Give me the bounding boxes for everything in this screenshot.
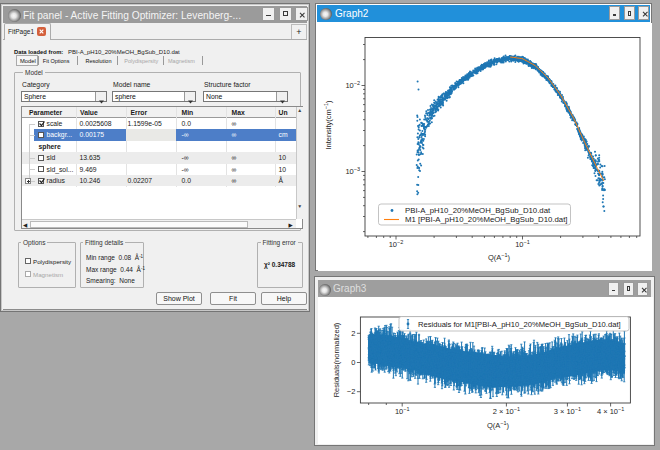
svg-text:M1 [PBI-A_pH10_20%MeOH_BgSub_D: M1 [PBI-A_pH10_20%MeOH_BgSub_D10.dat]	[405, 215, 568, 224]
svg-text:Q(A−1): Q(A−1)	[488, 251, 511, 261]
svg-text:2: 2	[351, 329, 355, 338]
svg-text:Residuals(normalized): Residuals(normalized)	[332, 322, 341, 397]
svg-text:Q(A−1): Q(A−1)	[487, 420, 510, 430]
svg-text:−2: −2	[347, 387, 356, 396]
svg-text:Residuals for M1[PBI-A_pH10_20: Residuals for M1[PBI-A_pH10_20%MeOH_BgSu…	[418, 320, 621, 329]
svg-text:PBI-A_pH10_20%MeOH_BgSub_D10.d: PBI-A_pH10_20%MeOH_BgSub_D10.dat	[405, 206, 551, 215]
svg-text:0: 0	[351, 358, 355, 367]
